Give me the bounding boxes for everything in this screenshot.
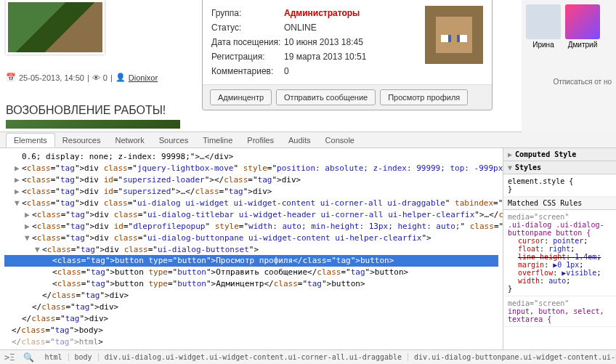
dom-node[interactable]: </class="tag">body> xyxy=(4,325,498,336)
profile-row: Статус:ONLINE xyxy=(211,20,416,35)
devtools-tab-network[interactable]: Network xyxy=(108,134,151,147)
sidebar: ИринаДмитрий Отписаться от но xyxy=(522,0,616,132)
dom-node[interactable]: ▶<class="tag">div id="supersized">…</cla… xyxy=(4,186,498,198)
dom-node[interactable]: <class="tag">button type="button">Админц… xyxy=(4,278,498,290)
expand-arrow-icon[interactable]: ▶ xyxy=(25,221,32,232)
expand-arrow-icon[interactable]: ▶ xyxy=(15,163,22,174)
dom-tree[interactable]: 0.6; display: none; z-index: 99998;">…</… xyxy=(0,148,503,349)
eye-icon: 👁 xyxy=(92,73,100,82)
post-date: 25-05-2013, 14:50 xyxy=(19,73,84,82)
profile-info-table: Группа:АдминистраторыСтатус:ONLINEДата п… xyxy=(211,6,416,78)
dom-node[interactable]: ▼<class="tag">div class="ui-dialog-butto… xyxy=(4,244,498,256)
dom-node[interactable]: 0.6; display: none; z-index: 99998;">…</… xyxy=(4,151,498,163)
expand-arrow-icon[interactable]: ▶ xyxy=(25,209,32,221)
friend-avatar[interactable] xyxy=(565,4,600,39)
dom-node[interactable]: </class="tag">div> xyxy=(4,290,498,302)
css-property[interactable]: cursor: pointer; xyxy=(508,237,612,245)
devtools-tab-console[interactable]: Console xyxy=(318,134,362,147)
computed-style-header[interactable]: ▶Computed Style xyxy=(503,148,616,161)
calendar-icon: 📅 xyxy=(6,73,16,82)
expand-arrow-icon[interactable]: ▶ xyxy=(15,174,22,186)
profile-avatar xyxy=(425,6,483,64)
devtools-tab-sources[interactable]: Sources xyxy=(152,134,195,147)
matched-rules-header: Matched CSS Rules xyxy=(503,197,616,210)
css-rule-2[interactable]: media="screen" input, button, select, te… xyxy=(503,296,616,327)
devtools-tab-timeline[interactable]: Timeline xyxy=(195,134,240,147)
profile-row: Группа:Администраторы xyxy=(211,6,416,20)
css-property[interactable]: line-height: 1.4em; xyxy=(508,253,612,261)
dom-node[interactable]: ▶<class="tag">div class="jquery-lightbox… xyxy=(4,163,498,174)
dom-node[interactable]: ▼<class="tag">div class="ui-dialog ui-wi… xyxy=(4,198,498,209)
devtools-tab-elements[interactable]: Elements xyxy=(6,133,55,147)
author-link[interactable]: Dionixor xyxy=(129,73,158,82)
dom-node[interactable]: ▶<class="tag">div id="dleprofilepopup" s… xyxy=(4,221,498,232)
dom-node[interactable]: ▶<class="tag">div id="supersized-loader"… xyxy=(4,174,498,186)
css-rule-1[interactable]: media="screen" .ui-dialog .ui-dialog-but… xyxy=(503,210,616,296)
dom-node[interactable]: </class="tag">html> xyxy=(4,336,498,348)
profile-row: Регистрация:19 марта 2013 10:51 xyxy=(211,49,416,64)
profile-row: Комментариев:0 xyxy=(211,64,416,78)
breadcrumb-item[interactable]: div.ui-dialog.ui-widget.ui-widget-conten… xyxy=(99,353,408,361)
friend-item[interactable]: Дмитрий xyxy=(565,4,600,49)
friends-list: ИринаДмитрий xyxy=(526,4,612,49)
post-thumbnail[interactable] xyxy=(6,0,105,54)
search-icon[interactable]: 🔍 xyxy=(19,352,38,363)
styles-pane[interactable]: ▶Computed Style ▼Styles element.style {}… xyxy=(503,148,616,349)
expand-arrow-icon[interactable]: ▶ xyxy=(15,186,22,198)
friend-item[interactable]: Ирина xyxy=(526,4,561,49)
profile-dialog: Группа:АдминистраторыСтатус:ONLINEДата п… xyxy=(202,0,493,110)
breadcrumb-item[interactable]: html xyxy=(38,353,68,361)
devtools-tab-resources[interactable]: Resources xyxy=(55,134,108,147)
dom-node[interactable]: ▶<class="tag">div class="ui-dialog-title… xyxy=(4,209,498,221)
view-count: 0 xyxy=(103,73,108,82)
send-message-button[interactable]: Отправить сообщение xyxy=(276,89,376,105)
breadcrumb-item[interactable]: body xyxy=(69,353,99,361)
user-icon: 👤 xyxy=(115,73,126,82)
page-headline: ВОЗОБНОВЛЕНИЕ РАБОТЫ! xyxy=(6,104,166,117)
admin-center-button[interactable]: Админцентр xyxy=(210,89,272,105)
css-property[interactable]: float: right; xyxy=(508,245,612,253)
expand-arrow-icon[interactable]: ▼ xyxy=(35,244,42,256)
css-property[interactable]: margin: ▶0 1px; xyxy=(508,261,612,269)
view-profile-button[interactable]: Просмотр профиля xyxy=(380,89,468,105)
dom-node[interactable]: </class="tag">div> xyxy=(4,313,498,325)
css-property[interactable]: overflow: ▶visible; xyxy=(508,269,612,277)
element-style-section[interactable]: element.style {} xyxy=(503,174,616,197)
breadcrumb-item[interactable]: div.ui-dialog-buttonpane.ui-widget-conte… xyxy=(408,353,616,361)
post-thumbnail-2[interactable] xyxy=(6,120,180,129)
dom-node[interactable]: </class="tag">div> xyxy=(4,302,498,313)
devtools-tab-profiles[interactable]: Profiles xyxy=(240,134,281,147)
expand-arrow-icon[interactable]: ▼ xyxy=(25,232,32,244)
styles-header[interactable]: ▼Styles xyxy=(503,161,616,174)
breadcrumbs[interactable]: >Ξ 🔍 htmlbodydiv.ui-dialog.ui-widget.ui-… xyxy=(0,349,616,364)
post-meta: 📅 25-05-2013, 14:50 | 👁 0 | 👤 Dionixor xyxy=(6,73,158,82)
devtools: ElementsResourcesNetworkSourcesTimelineP… xyxy=(0,132,616,364)
dom-node[interactable]: ▼<class="tag">div class="ui-dialog-butto… xyxy=(4,232,498,244)
unsubscribe-link[interactable]: Отписаться от но xyxy=(526,78,612,86)
devtools-tab-audits[interactable]: Audits xyxy=(281,134,318,147)
profile-row: Дата посещения:10 июня 2013 18:45 xyxy=(211,35,416,49)
expand-arrow-icon[interactable]: ▼ xyxy=(15,198,22,209)
css-property[interactable]: width: auto; xyxy=(508,277,612,285)
dom-node[interactable]: <class="tag">button type="button">Отправ… xyxy=(4,267,498,278)
dom-node[interactable]: <class="tag">button type="button">Просмо… xyxy=(4,255,498,267)
friend-avatar[interactable] xyxy=(526,4,561,39)
console-toggle-icon[interactable]: >Ξ xyxy=(0,352,19,363)
devtools-tabs: ElementsResourcesNetworkSourcesTimelineP… xyxy=(0,132,616,148)
